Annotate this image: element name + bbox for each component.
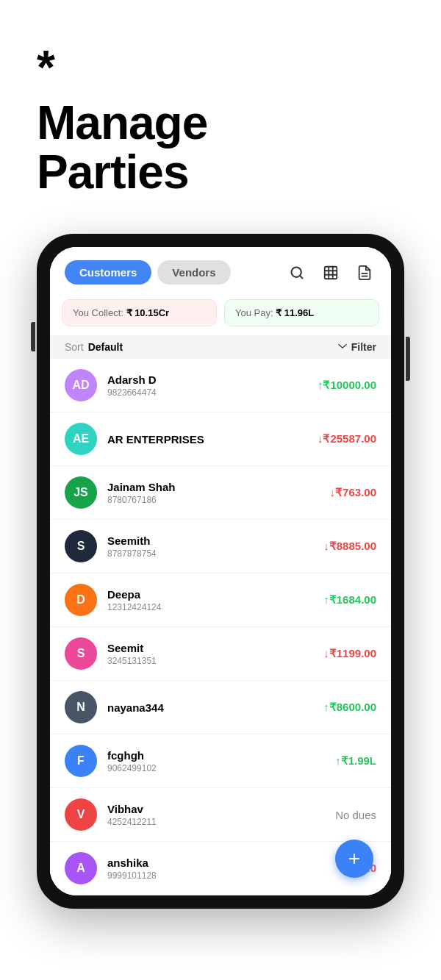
- customer-amount: ↑₹1.99L: [335, 754, 376, 768]
- filter-label: Filter: [351, 341, 376, 353]
- phone-screen: Customers Vendors: [50, 247, 391, 895]
- list-item[interactable]: F fcghgh 9062499102 ↑₹1.99L: [50, 734, 391, 788]
- main-title: Manage Parties: [37, 99, 404, 197]
- top-bar: Customers Vendors: [50, 247, 391, 293]
- pay-card: You Pay: ₹ 11.96L: [224, 299, 379, 326]
- phone-wrapper: Customers Vendors: [0, 219, 441, 923]
- summary-row: You Collect: ₹ 10.15Cr You Pay: ₹ 11.96L: [50, 293, 391, 335]
- svg-rect-2: [325, 267, 337, 279]
- pay-amount: ₹ 11.96L: [276, 307, 314, 318]
- filter-button[interactable]: Filter: [337, 341, 376, 353]
- list-item[interactable]: AE AR ENTERPRISES ↓₹25587.00: [50, 412, 391, 466]
- customer-info: Vibhav 4252412211: [107, 803, 335, 827]
- customer-phone: 9999101128: [107, 870, 351, 881]
- customer-name: fcghgh: [107, 749, 335, 762]
- avatar: A: [65, 852, 97, 884]
- list-item[interactable]: N nayana344 ↑₹8600.00: [50, 681, 391, 734]
- list-item[interactable]: S Seemith 8787878754 ↓₹8885.00: [50, 520, 391, 573]
- customer-amount: ↓₹8885.00: [323, 540, 376, 553]
- customer-amount: No dues: [335, 809, 376, 821]
- avatar: V: [65, 798, 97, 831]
- customer-amount: ↑₹8600.00: [323, 701, 376, 714]
- search-icon[interactable]: [285, 261, 309, 285]
- svg-line-1: [300, 276, 303, 279]
- avatar: JS: [65, 476, 97, 509]
- tabs-group: Customers Vendors: [65, 260, 231, 285]
- list-item[interactable]: D Deepa 12312424124 ↑₹1684.00: [50, 573, 391, 627]
- customer-name: nayana344: [107, 701, 323, 714]
- customer-phone: 3245131351: [107, 656, 323, 666]
- customer-name: Adarsh D: [107, 373, 318, 386]
- customer-amount: ↑₹10000.00: [318, 379, 376, 392]
- collect-card: You Collect: ₹ 10.15Cr: [62, 299, 217, 326]
- avatar: AD: [65, 369, 97, 401]
- customer-name: Seemith: [107, 534, 323, 547]
- fab-button[interactable]: +: [335, 840, 373, 878]
- avatar: AE: [65, 423, 97, 455]
- sort-bar: Sort Default Filter: [50, 335, 391, 359]
- customer-name: Vibhav: [107, 803, 335, 815]
- list-item[interactable]: JS Jainam Shah 8780767186 ↓₹763.00: [50, 466, 391, 520]
- header-section: * Manage Parties: [0, 0, 441, 219]
- avatar: S: [65, 637, 97, 670]
- icons-group: [285, 261, 376, 285]
- customer-phone: 9062499102: [107, 763, 335, 773]
- avatar: F: [65, 745, 97, 777]
- customer-info: Jainam Shah 8780767186: [107, 481, 330, 505]
- customer-name: AR ENTERPRISES: [107, 433, 318, 446]
- customer-info: Seemith 8787878754: [107, 534, 323, 559]
- tab-customers[interactable]: Customers: [65, 260, 151, 285]
- sort-left: Sort Default: [65, 341, 123, 353]
- customer-phone: 4252412211: [107, 817, 335, 827]
- customer-info: Deepa 12312424124: [107, 588, 323, 612]
- customer-phone: 9823664474: [107, 387, 318, 398]
- list-item[interactable]: S Seemit 3245131351 ↓₹1199.00: [50, 627, 391, 681]
- customer-info: Seemit 3245131351: [107, 642, 323, 666]
- customer-info: nayana344: [107, 701, 323, 714]
- customer-name: anshika: [107, 856, 351, 869]
- sort-value[interactable]: Default: [88, 341, 123, 353]
- customer-name: Jainam Shah: [107, 481, 330, 493]
- customer-info: fcghgh 9062499102: [107, 749, 335, 773]
- sort-label: Sort: [65, 341, 84, 353]
- list-item[interactable]: AD Adarsh D 9823664474 ↑₹10000.00: [50, 359, 391, 412]
- filter-icon: [337, 342, 348, 352]
- asterisk-icon: *: [37, 44, 404, 91]
- customer-amount: ↓₹1199.00: [323, 647, 376, 660]
- customer-phone: 8787878754: [107, 548, 323, 559]
- customer-info: AR ENTERPRISES: [107, 433, 318, 446]
- customer-list: AD Adarsh D 9823664474 ↑₹10000.00 AE AR …: [50, 359, 391, 895]
- app-content: Customers Vendors: [50, 247, 391, 895]
- customer-phone: 8780767186: [107, 495, 330, 505]
- phone-frame: Customers Vendors: [37, 234, 404, 909]
- customer-info: anshika 9999101128: [107, 856, 351, 881]
- customer-amount: ↑₹1684.00: [323, 593, 376, 607]
- tab-vendors[interactable]: Vendors: [157, 260, 230, 285]
- excel-icon[interactable]: [319, 261, 343, 285]
- avatar: N: [65, 691, 97, 723]
- avatar: D: [65, 584, 97, 616]
- customer-amount: ↓₹763.00: [330, 486, 376, 499]
- customer-name: Deepa: [107, 588, 323, 601]
- collect-amount: ₹ 10.15Cr: [126, 307, 170, 318]
- pay-label: You Pay:: [235, 307, 273, 318]
- customer-phone: 12312424124: [107, 602, 323, 612]
- customer-amount: ↓₹25587.00: [318, 432, 376, 446]
- list-item[interactable]: V Vibhav 4252412211 No dues: [50, 788, 391, 842]
- pdf-icon[interactable]: [353, 261, 376, 285]
- avatar: S: [65, 530, 97, 562]
- phone-screen-inner: Customers Vendors: [50, 247, 391, 895]
- customer-name: Seemit: [107, 642, 323, 654]
- collect-label: You Collect:: [73, 307, 123, 318]
- customer-info: Adarsh D 9823664474: [107, 373, 318, 398]
